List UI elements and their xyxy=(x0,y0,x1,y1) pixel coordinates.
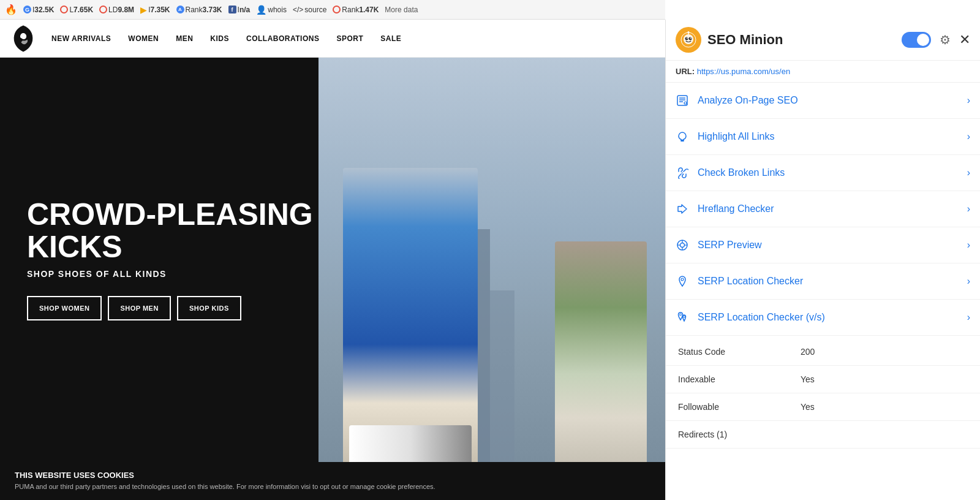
svg-point-23 xyxy=(681,278,684,281)
puma-logo[interactable] xyxy=(12,25,34,53)
status-code-label: Status Code xyxy=(678,347,801,357)
svg-point-5 xyxy=(690,37,692,39)
cookie-text: PUMA and our third party partners and te… xyxy=(15,482,650,491)
svg-point-2 xyxy=(685,37,688,40)
svg-line-16 xyxy=(682,172,683,173)
followable-label: Followable xyxy=(678,402,801,412)
nav-link-kids[interactable]: KIDS xyxy=(210,34,229,43)
nav-link-collaborations[interactable]: COLLABORATIONS xyxy=(246,34,319,43)
cookie-title: THIS WEBSITE USES COOKIES xyxy=(15,471,650,480)
seo-bar-b: ▶ I7.35K xyxy=(140,5,170,15)
svg-point-3 xyxy=(689,37,692,40)
status-row-followable: Followable Yes xyxy=(666,393,980,421)
redirects-label: Redirects (1) xyxy=(678,430,801,439)
chevron-location: › xyxy=(967,276,970,287)
shop-women-button[interactable]: SHOP WOMEN xyxy=(27,296,102,320)
shop-men-button[interactable]: SHOP MEN xyxy=(108,296,170,320)
svg-point-24 xyxy=(680,314,682,316)
hreflang-icon xyxy=(676,202,689,216)
close-icon[interactable]: ✕ xyxy=(959,33,970,47)
seo-bar-l: L7.65K xyxy=(60,6,93,14)
menu-label-broken: Check Broken Links xyxy=(698,167,959,178)
hero-buttons: SHOP WOMEN SHOP MEN SHOP KIDS xyxy=(27,296,316,320)
more-data[interactable]: More data xyxy=(385,6,418,14)
svg-point-7 xyxy=(688,31,690,33)
nav-bar: NEW ARRIVALS WOMEN MEN KIDS COLLABORATIO… xyxy=(0,20,665,58)
menu-item-highlight[interactable]: Highlight All Links › xyxy=(666,119,980,155)
svg-point-4 xyxy=(687,37,688,39)
menu-label-serp: SERP Preview xyxy=(698,240,959,251)
svg-point-1 xyxy=(684,34,693,44)
location-icon xyxy=(676,275,689,288)
panel-title: SEO Minion xyxy=(707,32,895,48)
menu-item-hreflang[interactable]: Hreflang Checker › xyxy=(666,191,980,227)
url-bar: URL: https://us.puma.com/us/en xyxy=(666,61,980,83)
menu-item-location-vs[interactable]: SERP Location Checker (v/s) › xyxy=(666,300,980,336)
nav-link-men[interactable]: MEN xyxy=(176,34,193,43)
status-row-redirects: Redirects (1) xyxy=(666,421,980,449)
location-vs-icon xyxy=(676,311,689,324)
shop-kids-button[interactable]: SHOP KIDS xyxy=(177,296,241,320)
cookie-bar: THIS WEBSITE USES COOKIES PUMA and our t… xyxy=(0,462,665,500)
serp-preview-icon xyxy=(676,238,689,252)
website-area: NEW ARRIVALS WOMEN MEN KIDS COLLABORATIO… xyxy=(0,20,665,500)
menu-item-location[interactable]: SERP Location Checker › xyxy=(666,263,980,300)
menu-item-broken[interactable]: Check Broken Links › xyxy=(666,155,980,191)
nav-link-sport[interactable]: SPORT xyxy=(336,34,363,43)
svg-point-25 xyxy=(684,316,685,317)
seo-panel: SEO Minion ⚙ ✕ URL: https://us.puma.com/… xyxy=(665,20,980,500)
status-code-value: 200 xyxy=(801,347,815,357)
seo-bar-ld: LD9.8M xyxy=(99,6,134,14)
highlight-links-icon xyxy=(676,130,689,143)
url-label: URL: xyxy=(676,67,695,76)
menu-label-highlight: Highlight All Links xyxy=(698,131,959,142)
hero-subtitle: SHOP SHOES OF ALL KINDS xyxy=(27,269,316,279)
panel-header: SEO Minion ⚙ ✕ xyxy=(666,20,980,61)
gear-icon[interactable]: ⚙ xyxy=(940,32,951,47)
chevron-serp: › xyxy=(967,240,970,251)
seo-bar-g: G I32.5K xyxy=(23,6,54,14)
seo-bar-source: </> source xyxy=(293,6,326,14)
nav-link-sale[interactable]: SALE xyxy=(380,34,401,43)
status-table: Status Code 200 Indexable Yes Followable… xyxy=(666,336,980,451)
nav-link-women[interactable]: WOMEN xyxy=(128,34,159,43)
menu-label-hreflang: Hreflang Checker xyxy=(698,203,959,214)
hero-title: CROWD-PLEASING KICKS xyxy=(27,199,316,263)
menu-label-analyze: Analyze On-Page SEO xyxy=(698,95,959,106)
chevron-hreflang: › xyxy=(967,203,970,214)
panel-toggle[interactable] xyxy=(902,32,931,48)
indexable-value: Yes xyxy=(801,374,815,384)
chevron-highlight: › xyxy=(967,131,970,142)
menu-item-analyze[interactable]: Analyze On-Page SEO › xyxy=(666,83,980,119)
seo-bar-rank1: A Rank3.73K xyxy=(176,6,222,14)
indexable-label: Indexable xyxy=(678,374,801,384)
analyze-icon xyxy=(676,94,689,107)
status-row-indexable: Indexable Yes xyxy=(666,366,980,393)
seo-minion-logo xyxy=(676,27,701,53)
seo-bar-fb: f In/a xyxy=(228,6,251,14)
menu-item-serp[interactable]: SERP Preview › xyxy=(666,227,980,263)
hero-section: CROWD-PLEASING KICKS SHOP SHOES OF ALL K… xyxy=(0,58,665,462)
menu-label-location-vs: SERP Location Checker (v/s) xyxy=(698,312,959,323)
chevron-broken: › xyxy=(967,167,970,178)
seo-bar-rank2: Rank1.47K xyxy=(333,6,379,14)
url-link[interactable]: https://us.puma.com/us/en xyxy=(697,67,790,76)
flame-icon: 🔥 xyxy=(5,4,17,15)
chevron-analyze: › xyxy=(967,95,970,106)
svg-point-18 xyxy=(680,243,685,248)
nav-link-new-arrivals[interactable]: NEW ARRIVALS xyxy=(51,34,111,43)
seo-bar-whois: 👤 whois xyxy=(256,5,287,15)
broken-links-icon xyxy=(676,166,689,180)
status-row-code: Status Code 200 xyxy=(666,338,980,366)
menu-label-location: SERP Location Checker xyxy=(698,276,959,287)
chevron-location-vs: › xyxy=(967,312,970,323)
followable-value: Yes xyxy=(801,402,815,412)
